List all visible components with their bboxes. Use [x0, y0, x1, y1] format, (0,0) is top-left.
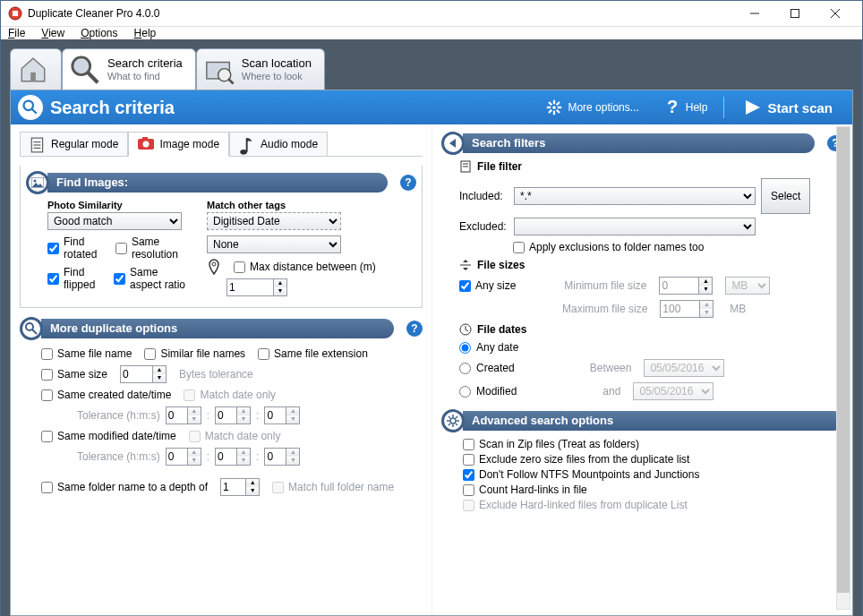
menu-options[interactable]: Options [81, 27, 117, 39]
svg-point-7 [73, 56, 90, 74]
select-button[interactable]: Select [761, 178, 810, 214]
find-flipped-checkbox[interactable]: Find flipped [47, 266, 101, 291]
menu-view[interactable]: View [41, 27, 64, 39]
svg-point-35 [26, 323, 33, 330]
search-icon [70, 55, 100, 85]
search-icon [20, 317, 43, 340]
app-icon [8, 6, 22, 21]
same-filename-checkbox[interactable]: Same file name [41, 347, 132, 360]
exclude-hardlinks-checkbox[interactable]: Exclude Hard-linked files from duplicate… [463, 499, 838, 511]
section-title: More duplicate options [41, 319, 394, 338]
match-date-only-checkbox[interactable]: Match date only [184, 389, 276, 401]
same-resolution-checkbox[interactable]: Same resolution [115, 235, 191, 261]
folder-depth-spinner[interactable]: ▲▼ [220, 478, 260, 496]
svg-line-51 [456, 424, 457, 425]
menu-help[interactable]: Help [134, 27, 157, 39]
resize-icon [459, 259, 472, 271]
tab-search-criteria[interactable]: Search criteriaWhat to find [62, 48, 196, 90]
question-icon: ? [664, 98, 680, 117]
same-size-checkbox[interactable]: Same size [41, 368, 107, 381]
svg-point-28 [143, 141, 150, 148]
svg-line-53 [449, 424, 450, 425]
start-scan-button[interactable]: Start scan [731, 94, 845, 121]
max-distance-spinner[interactable]: ▲▼ [226, 278, 287, 296]
match-date-only-checkbox[interactable]: Match date only [189, 430, 281, 442]
chevron-left-icon[interactable] [441, 132, 465, 155]
more-options-button[interactable]: More options... [537, 96, 647, 119]
tab-regular-mode[interactable]: Regular mode [20, 132, 128, 156]
same-ext-checkbox[interactable]: Same file extension [258, 347, 368, 360]
exclude-zero-checkbox[interactable]: Exclude zero size files from the duplica… [463, 453, 838, 466]
svg-point-12 [24, 101, 34, 111]
find-rotated-checkbox[interactable]: Find rotated [47, 235, 107, 261]
section-title: Advanced search options [463, 411, 843, 431]
titlebar: Duplicate Cleaner Pro 4.0.0 [1, 1, 862, 27]
page-header: Search criteria More options... ? Help S… [11, 90, 852, 124]
help-button[interactable]: ? Help [655, 94, 717, 121]
same-created-checkbox[interactable]: Same created date/time [41, 389, 171, 401]
same-modified-checkbox[interactable]: Same modified date/time [41, 430, 176, 442]
document-icon [30, 137, 46, 151]
svg-line-11 [228, 78, 234, 83]
included-select[interactable]: *.* [514, 187, 756, 205]
tab-audio-mode[interactable]: Audio mode [229, 132, 328, 156]
maximize-button[interactable] [774, 1, 815, 26]
ntfs-checkbox[interactable]: Don't Follow NTFS Mountpoints and Juncti… [463, 468, 838, 481]
match-tag2-select[interactable]: None [207, 235, 341, 253]
svg-marker-37 [449, 139, 456, 148]
tab-scan-location[interactable]: Scan locationWhere to look [196, 48, 325, 90]
svg-point-20 [553, 106, 557, 109]
tab-label: Search criteria [107, 57, 183, 71]
play-icon [744, 99, 762, 116]
date-to-select[interactable]: 05/05/2016 [633, 382, 713, 400]
svg-text:?: ? [667, 98, 678, 116]
page-title: Search criteria [50, 98, 530, 118]
home-icon [18, 55, 48, 85]
excluded-select[interactable] [514, 218, 756, 235]
vertical-scrollbar[interactable] [836, 126, 850, 610]
match-full-folder-checkbox[interactable]: Match full folder name [272, 481, 394, 493]
same-aspect-checkbox[interactable]: Same aspect ratio [114, 266, 191, 291]
svg-point-33 [34, 180, 37, 183]
help-icon[interactable]: ? [406, 321, 423, 337]
folder-search-icon [204, 55, 235, 85]
svg-rect-6 [30, 72, 36, 81]
close-button[interactable] [815, 1, 855, 26]
svg-point-34 [212, 262, 216, 266]
modified-radio[interactable]: Modified [459, 385, 517, 398]
svg-line-52 [456, 416, 457, 418]
created-radio[interactable]: Created [459, 362, 515, 374]
similar-filenames-checkbox[interactable]: Similar file names [144, 347, 245, 360]
size-unit-select[interactable]: MB [725, 277, 770, 295]
same-folder-checkbox[interactable]: Same folder name to a depth of [41, 481, 208, 493]
date-from-select[interactable]: 05/05/2016 [644, 359, 724, 377]
camera-icon [138, 137, 154, 151]
menu-file[interactable]: File [8, 27, 25, 39]
photo-similarity-select[interactable]: Good match [47, 212, 182, 230]
tab-home[interactable] [10, 48, 62, 90]
apply-exclusions-checkbox[interactable]: Apply exclusions to folder names too [513, 241, 704, 253]
minimize-button[interactable] [734, 1, 774, 26]
image-icon [26, 171, 49, 194]
scan-zip-checkbox[interactable]: Scan in Zip files (Treat as folders) [463, 438, 838, 450]
svg-line-50 [449, 416, 450, 418]
section-title: Search filters [463, 133, 815, 153]
svg-rect-29 [142, 137, 148, 140]
bytes-tol-spinner[interactable]: ▲▼ [120, 365, 167, 383]
tab-image-mode[interactable]: Image mode [128, 132, 229, 157]
location-pin-icon [207, 259, 221, 275]
count-hardlinks-checkbox[interactable]: Count Hard-links in file [463, 483, 838, 496]
svg-line-36 [32, 329, 37, 334]
svg-line-44 [466, 329, 468, 331]
help-icon[interactable]: ? [400, 175, 416, 191]
match-tag1-select[interactable]: Digitised Date [207, 212, 341, 230]
svg-line-13 [32, 109, 37, 114]
any-size-checkbox[interactable]: Any size [459, 279, 516, 292]
svg-rect-3 [790, 10, 799, 18]
any-date-radio[interactable]: Any date [459, 341, 518, 354]
svg-line-8 [88, 72, 98, 81]
filter-icon [459, 160, 472, 173]
max-distance-checkbox[interactable]: Max distance between (m) [234, 261, 376, 273]
window-title: Duplicate Cleaner Pro 4.0.0 [28, 7, 734, 20]
clock-icon [459, 323, 472, 336]
